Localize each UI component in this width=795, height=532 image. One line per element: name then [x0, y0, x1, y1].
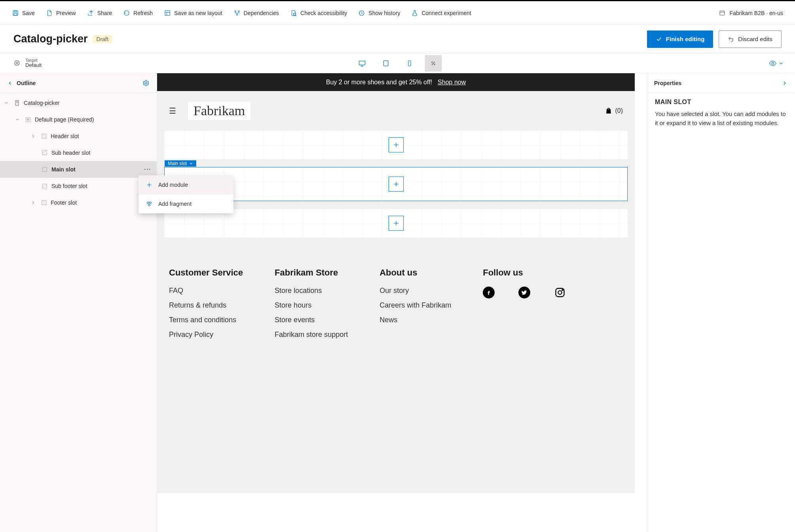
- command-bar-left: Save Preview Share Refresh Save as new l…: [12, 10, 471, 17]
- menu-add-module[interactable]: Add module: [139, 175, 233, 194]
- svg-point-20: [772, 62, 774, 64]
- outline-title: Outline: [17, 80, 36, 86]
- promo-bar: Buy 2 or more shoes and get 25% off! Sho…: [157, 73, 635, 91]
- footer-col-title: Fabrikam Store: [275, 268, 348, 278]
- undo-icon: [728, 36, 734, 42]
- preview-button[interactable]: Preview: [46, 10, 76, 17]
- slot-zone-main[interactable]: Main slot: [164, 167, 628, 201]
- footer-link[interactable]: Store events: [275, 316, 348, 324]
- footer-link[interactable]: Returns & refunds: [169, 301, 243, 310]
- refresh-label: Refresh: [133, 10, 153, 16]
- save-button[interactable]: Save: [12, 10, 35, 17]
- facebook-icon[interactable]: [483, 287, 495, 298]
- site-footer: Customer Service FAQ Returns & refunds T…: [157, 245, 635, 351]
- title-bar-left: Catalog-picker Draft: [13, 33, 112, 45]
- svg-point-33: [150, 202, 152, 204]
- svg-point-42: [558, 291, 562, 294]
- properties-title: Properties: [654, 80, 681, 86]
- outline-header-left[interactable]: Outline: [7, 80, 36, 86]
- target-value: Default: [25, 63, 42, 68]
- history-button[interactable]: Show history: [358, 10, 400, 17]
- footer-link[interactable]: FAQ: [169, 287, 243, 295]
- tree-row-main-slot[interactable]: Main slot ···: [0, 161, 157, 178]
- cart-button[interactable]: (0): [605, 107, 623, 115]
- chevron-down-icon: [13, 117, 21, 122]
- discard-label: Discard edits: [738, 36, 772, 42]
- add-module-button[interactable]: [389, 216, 404, 231]
- experiment-button[interactable]: Connect experiment: [411, 10, 471, 17]
- viewport-expand[interactable]: [425, 55, 442, 72]
- footer-link[interactable]: News: [379, 316, 451, 324]
- properties-header: Properties: [647, 73, 795, 93]
- footer-link[interactable]: Our story: [379, 287, 451, 295]
- svg-point-43: [562, 289, 563, 290]
- tree-header-label: Header slot: [51, 133, 79, 139]
- share-button[interactable]: Share: [87, 10, 112, 17]
- viewport-desktop[interactable]: [354, 55, 370, 72]
- tree-row-subfooter-slot[interactable]: Sub footer slot: [0, 178, 157, 194]
- discard-edits-button[interactable]: Discard edits: [719, 30, 782, 48]
- viewport-mobile[interactable]: [401, 55, 418, 72]
- save-layout-button[interactable]: Save as new layout: [164, 10, 222, 17]
- tree-row-header-slot[interactable]: Header slot: [0, 128, 157, 144]
- promo-link[interactable]: Shop now: [438, 79, 466, 86]
- footer-link[interactable]: Privacy Policy: [169, 331, 243, 339]
- instagram-icon[interactable]: [554, 287, 566, 298]
- context-menu: Add module Add fragment: [139, 175, 233, 213]
- experiment-icon: [411, 10, 418, 17]
- page-icon: [13, 99, 21, 106]
- title-bar-right: Finish editing Discard edits: [647, 30, 782, 48]
- svg-rect-23: [26, 118, 30, 122]
- save-icon: [12, 10, 19, 17]
- finish-editing-button[interactable]: Finish editing: [647, 30, 713, 48]
- chevron-down-icon: [778, 61, 784, 66]
- menu-add-fragment-label: Add fragment: [158, 201, 192, 207]
- menu-add-module-label: Add module: [158, 182, 188, 188]
- footer-col-about: About us Our story Careers with Fabrikam…: [379, 268, 451, 339]
- add-module-button[interactable]: [389, 137, 404, 152]
- fragment-icon: [146, 200, 153, 207]
- slot-zone-subfooter[interactable]: [164, 209, 628, 238]
- add-module-button[interactable]: [389, 177, 404, 192]
- svg-rect-11: [720, 11, 725, 15]
- tree-row-root[interactable]: Catalog-picker: [0, 95, 157, 111]
- footer-link[interactable]: Store locations: [275, 287, 348, 295]
- bag-icon: [605, 107, 613, 115]
- svg-point-6: [235, 11, 236, 12]
- dependencies-button[interactable]: Dependencies: [233, 10, 279, 17]
- slot-label-chip[interactable]: Main slot: [165, 160, 196, 167]
- finish-label: Finish editing: [666, 36, 705, 42]
- footer-link[interactable]: Fabrikam store support: [275, 331, 348, 339]
- site-header: ☰ Fabrikam (0): [157, 91, 635, 131]
- accessibility-button[interactable]: Check accessibility: [290, 10, 347, 17]
- share-label: Share: [97, 10, 112, 16]
- footer-link[interactable]: Careers with Fabrikam: [379, 301, 451, 310]
- properties-section-title: MAIN SLOT: [655, 99, 787, 106]
- hamburger-icon[interactable]: ☰: [169, 106, 176, 116]
- viewport-tablet[interactable]: [378, 55, 394, 72]
- chevron-right-icon[interactable]: [782, 80, 788, 86]
- eye-icon: [769, 59, 777, 67]
- target-selector[interactable]: Target Default: [0, 58, 42, 68]
- footer-link[interactable]: Store hours: [275, 301, 348, 310]
- gear-icon[interactable]: [142, 80, 150, 87]
- refresh-button[interactable]: Refresh: [123, 10, 153, 17]
- site-header-left: ☰ Fabrikam: [169, 102, 250, 120]
- tree-row-page[interactable]: Default page (Required): [0, 111, 157, 128]
- command-bar: Save Preview Share Refresh Save as new l…: [0, 1, 795, 25]
- preview-icon: [46, 10, 53, 17]
- plus-icon: [146, 181, 153, 188]
- svg-rect-22: [15, 101, 19, 105]
- menu-add-fragment[interactable]: Add fragment: [139, 194, 233, 213]
- slot-zone-subheader[interactable]: [164, 131, 628, 159]
- brand-logo[interactable]: Fabrikam: [188, 102, 250, 120]
- more-icon[interactable]: ···: [144, 166, 151, 173]
- preview-visibility[interactable]: [769, 59, 795, 67]
- tree-row-footer-slot[interactable]: Footer slot: [0, 194, 157, 211]
- twitter-icon[interactable]: [518, 287, 530, 298]
- canvas[interactable]: Buy 2 or more shoes and get 25% off! Sho…: [157, 73, 647, 532]
- tree-row-subheader-slot[interactable]: Sub header slot: [0, 144, 157, 161]
- svg-rect-2: [14, 13, 17, 15]
- properties-panel: Properties MAIN SLOT You have selected a…: [647, 73, 795, 532]
- footer-link[interactable]: Terms and conditions: [169, 316, 243, 324]
